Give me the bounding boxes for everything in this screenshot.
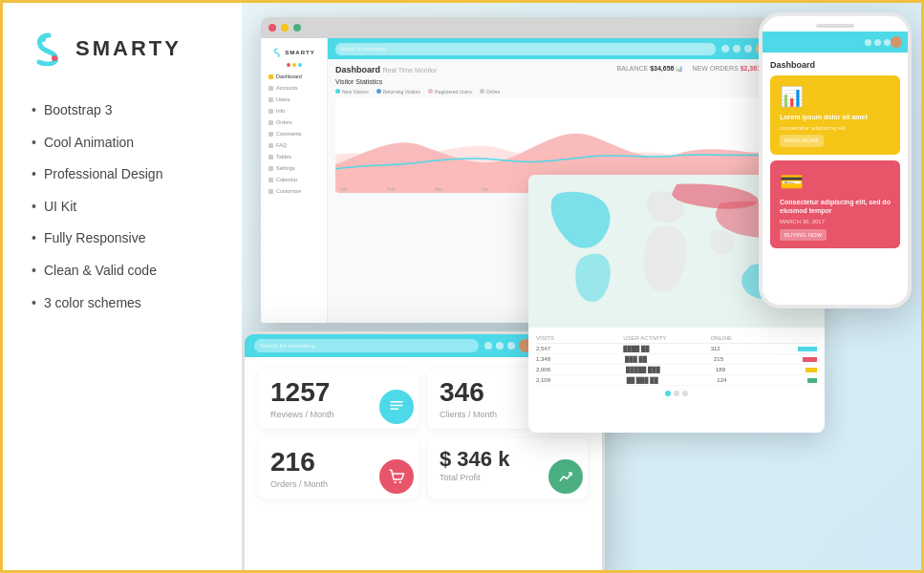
- feature-item: Cool Animation: [32, 127, 213, 159]
- dash-menu-customize[interactable]: Customize: [261, 185, 327, 197]
- tablet-search[interactable]: Search for something...: [254, 339, 479, 352]
- tablet-search-text: Search for something...: [260, 343, 319, 349]
- tablet-card-profit: $ 346 k Total Profit: [428, 438, 588, 499]
- dash-menu-info[interactable]: Info: [261, 105, 327, 117]
- phone-content: Dashboard 📊 Lorem ipsum dolor sit amet c…: [763, 53, 908, 262]
- phone-speaker: [816, 24, 854, 28]
- topbar-icon-3[interactable]: [744, 45, 752, 53]
- feature-item: Fully Responsive: [32, 223, 213, 255]
- topbar-icon-2[interactable]: [733, 45, 741, 53]
- feature-item: 3 color schemes: [32, 287, 213, 320]
- svg-text:Feb: Feb: [387, 187, 396, 192]
- dash-stats-row: BALANCE $34,656 📊 NEW ORDERS $2,361 📈: [617, 65, 769, 72]
- feature-item: UI Kit: [32, 191, 213, 223]
- phone-card-yellow: 📊 Lorem ipsum dolor sit amet consectetur…: [770, 75, 900, 155]
- svg-text:Apr: Apr: [482, 187, 489, 192]
- dash-menu-accounts[interactable]: Accounts: [261, 82, 327, 94]
- dash-stat-balance: BALANCE $34,656 📊: [617, 65, 683, 72]
- feature-list: Bootstrap 3Cool AnimationProfessional De…: [32, 95, 213, 319]
- svg-point-17: [399, 480, 401, 482]
- svg-rect-12: [390, 401, 403, 403]
- feature-item: Bootstrap 3: [32, 95, 213, 127]
- map-row-3: 2,006 █████ ███ 189: [536, 365, 817, 375]
- dash-stat-orders: NEW ORDERS $2,361 📈: [692, 65, 769, 72]
- dash-search[interactable]: Search for something...: [335, 43, 716, 55]
- svg-text:Mar: Mar: [435, 187, 443, 192]
- map-pagination: [536, 391, 817, 396]
- svg-point-16: [394, 480, 396, 482]
- left-panel: SMARTY Bootstrap 3Cool AnimationProfessi…: [3, 3, 242, 570]
- tablet-icon-2[interactable]: [496, 342, 504, 350]
- feature-item: Professional Design: [32, 159, 213, 191]
- dash-logo: SMARTY: [261, 44, 327, 63]
- map-col-activity: USER ACTIVITY: [623, 335, 700, 341]
- dash-page-title-area: Dashboard Real Time Monitor: [335, 65, 437, 74]
- phone-topbar-icons: [865, 39, 891, 46]
- phone-yellow-text: consectetur adipiscing elit: [780, 124, 891, 132]
- dash-legend: New Visitors Returning Visitors Register…: [335, 89, 769, 95]
- main-container: SMARTY Bootstrap 3Cool AnimationProfessi…: [3, 3, 921, 570]
- dash-menu-users[interactable]: Users: [261, 94, 327, 105]
- phone-avatar[interactable]: [891, 36, 902, 48]
- map-row-4: 2,109 ██ ███ ██ 124: [536, 375, 817, 386]
- phone-icon-1[interactable]: [865, 39, 871, 46]
- tablet-card-icon-orders: [379, 459, 414, 494]
- phone-card-red: 💳 Consectetur adipiscing elit, sed do ei…: [770, 160, 900, 248]
- dash-title: Dashboard Real Time Monitor: [335, 65, 437, 74]
- phone-yellow-btn[interactable]: READ MORE: [780, 135, 824, 146]
- map-page-dot-2[interactable]: [674, 391, 679, 396]
- svg-point-0: [40, 36, 46, 42]
- topbar-icon-1[interactable]: [721, 45, 729, 53]
- tablet-card-orders: 216 Orders / Month: [259, 438, 419, 499]
- close-dot: [269, 24, 276, 32]
- dash-search-text: Search for something...: [340, 46, 390, 52]
- tablet-card-icon-reviews: [379, 390, 414, 424]
- visitor-stats-title: Visitor Statistics: [335, 78, 769, 85]
- tablet-icon-3[interactable]: [507, 342, 515, 350]
- phone-red-date: MARCH 30, 2017: [780, 218, 891, 225]
- phone-mockup: Dashboard 📊 Lorem ipsum dolor sit amet c…: [759, 12, 912, 308]
- dash-sidebar: SMARTY Dashboard Accounts: [261, 38, 328, 323]
- dash-logo-text: SMARTY: [285, 50, 314, 55]
- svg-rect-13: [390, 405, 403, 407]
- svg-text:Jan: Jan: [340, 187, 348, 192]
- logo-icon: [32, 32, 66, 66]
- phone-section-title: Dashboard: [770, 60, 900, 70]
- dash-menu-tables[interactable]: Tables: [261, 151, 327, 162]
- phone-red-btn[interactable]: BUYING NOW: [780, 229, 827, 241]
- dash-menu-orders[interactable]: Orders: [261, 117, 327, 128]
- map-col-pct: [798, 335, 817, 341]
- map-row-2: 1,348 ███ ██ 215: [536, 354, 817, 365]
- right-panel: SMARTY Dashboard Accounts: [242, 3, 921, 570]
- desktop-top-bar: [261, 17, 777, 38]
- tablet-card-icon-profit: [548, 459, 583, 494]
- svg-rect-14: [390, 408, 398, 410]
- dash-menu-settings[interactable]: Settings: [261, 162, 327, 174]
- map-page-dot-1[interactable]: [665, 391, 671, 396]
- dash-topbar: Search for something...: [328, 38, 777, 59]
- phone-topbar: [763, 32, 908, 53]
- dash-menu-comments[interactable]: Comments: [261, 128, 327, 139]
- svg-point-1: [52, 55, 57, 61]
- map-page-dot-3[interactable]: [682, 391, 688, 396]
- dash-dots: [261, 63, 327, 67]
- dash-menu-calendar[interactable]: Calendar: [261, 174, 327, 185]
- feature-item: Clean & Valid code: [32, 255, 213, 287]
- map-col-online: ONLINE: [711, 335, 788, 341]
- tablet-icon-1[interactable]: [484, 342, 492, 350]
- phone-yellow-icon: 📊: [780, 83, 891, 110]
- minimize-dot: [281, 24, 289, 32]
- phone-icon-2[interactable]: [874, 39, 881, 46]
- logo-area: SMARTY: [32, 32, 213, 66]
- map-table-header: VISITS USER ACTIVITY ONLINE: [536, 333, 817, 344]
- phone-icon-3[interactable]: [884, 39, 891, 46]
- phone-yellow-title: Lorem ipsum dolor sit amet: [780, 113, 891, 122]
- map-table: VISITS USER ACTIVITY ONLINE 2,547 ████ █…: [528, 328, 825, 402]
- maximize-dot: [293, 24, 301, 32]
- phone-red-title: Consectetur adipiscing elit, sed do eius…: [780, 198, 891, 217]
- tablet-card-reviews: 1257 Reviews / Month: [259, 369, 419, 429]
- dash-menu-dashboard[interactable]: Dashboard: [261, 71, 327, 82]
- dash-menu-faq[interactable]: FAQ: [261, 139, 327, 151]
- map-row-1: 2,547 ████ ██ 312: [536, 344, 817, 354]
- map-col-visits: VISITS: [536, 335, 613, 341]
